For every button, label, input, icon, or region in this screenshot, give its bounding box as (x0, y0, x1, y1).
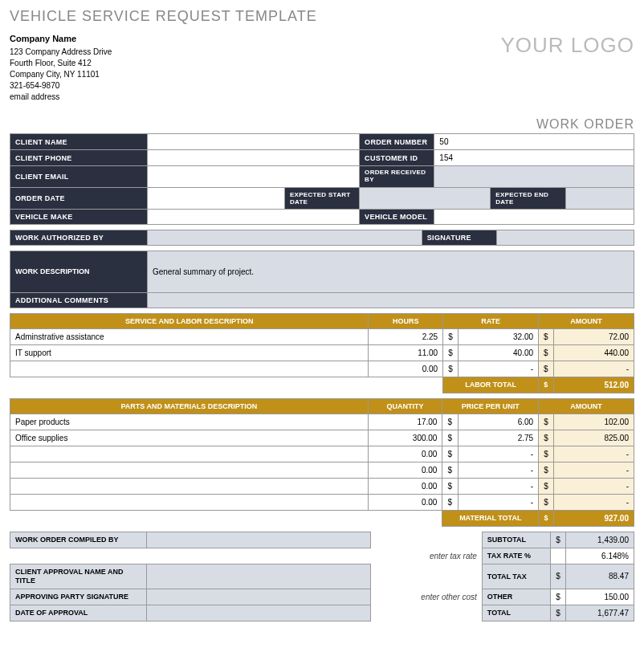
service-row: IT support11.00$40.00$440.00 (10, 344, 634, 361)
service-header-rate: RATE (443, 313, 539, 328)
parts-desc[interactable] (10, 446, 369, 462)
field-order-number[interactable]: 50 (434, 134, 634, 150)
parts-table: PARTS AND MATERIALS DESCRIPTION QUANTITY… (10, 398, 634, 527)
service-row: 0.00$-$- (10, 361, 634, 377)
field-client-approval[interactable] (147, 564, 370, 589)
parts-ppu[interactable]: 2.75 (459, 430, 539, 446)
parts-qty[interactable]: 17.00 (368, 414, 442, 430)
service-row: Adminstrative assistance2.25$32.00$72.00 (10, 328, 634, 344)
label-client-approval: CLIENT APPROVAL NAME AND TITLE (10, 564, 147, 589)
other-value[interactable]: 150.00 (565, 589, 634, 605)
field-additional-comments[interactable] (147, 292, 634, 308)
parts-desc[interactable] (10, 478, 369, 494)
parts-desc[interactable] (10, 462, 369, 478)
label-client-phone: CLIENT PHONE (10, 150, 148, 166)
parts-amount-currency: $ (539, 430, 554, 446)
field-vehicle-model[interactable] (434, 209, 634, 224)
company-phone: 321-654-9870 (10, 80, 112, 92)
field-client-email[interactable] (147, 166, 359, 188)
parts-qty[interactable]: 0.00 (368, 494, 442, 510)
total-tax-currency: $ (551, 564, 566, 589)
service-rate[interactable]: 32.00 (458, 328, 538, 344)
service-rate-currency: $ (443, 361, 459, 377)
service-rate[interactable]: - (458, 361, 538, 377)
field-expected-start[interactable] (360, 187, 491, 209)
service-desc[interactable] (10, 361, 369, 377)
parts-qty[interactable]: 0.00 (368, 462, 442, 478)
service-hours[interactable]: 11.00 (369, 344, 443, 361)
service-amount: - (553, 361, 634, 377)
other-currency: $ (551, 589, 566, 605)
label-tax-rate: TAX RATE % (482, 548, 550, 564)
company-email: email address (10, 92, 112, 103)
tax-rate-value[interactable]: 6.148% (565, 548, 634, 564)
company-address-1: 123 Company Address Drive (10, 47, 112, 58)
material-total-currency: $ (539, 510, 554, 526)
field-order-received-by[interactable] (434, 166, 634, 188)
service-header-hours: HOURS (369, 313, 443, 328)
parts-amount: 825.00 (553, 430, 634, 446)
bottom-grid: WORK ORDER COMPILED BY SUBTOTAL $ 1,439.… (10, 532, 634, 621)
service-amount-currency: $ (539, 328, 554, 344)
service-amount: 72.00 (553, 328, 634, 344)
parts-row: Paper products17.00$6.00$102.00 (10, 414, 634, 430)
total-currency: $ (551, 605, 566, 621)
field-expected-end[interactable] (565, 187, 634, 209)
parts-desc[interactable]: Office supplies (10, 430, 369, 446)
field-client-name[interactable] (147, 134, 359, 150)
field-client-phone[interactable] (147, 150, 359, 166)
field-vehicle-make[interactable] (147, 209, 359, 224)
parts-desc[interactable] (10, 494, 369, 510)
label-date-approval: DATE OF APPROVAL (10, 605, 147, 621)
labor-total-currency: $ (539, 377, 554, 393)
labor-total-label: LABOR TOTAL (443, 377, 539, 393)
field-date-approval[interactable] (147, 605, 370, 621)
parts-header-qty: QUANTITY (368, 398, 442, 414)
desc-grid: WORK DESCRIPTION General summary of proj… (10, 251, 634, 308)
parts-amount-currency: $ (539, 446, 554, 462)
field-order-date[interactable] (147, 187, 284, 209)
service-hours[interactable]: 0.00 (369, 361, 443, 377)
parts-ppu-currency: $ (442, 430, 459, 446)
parts-qty[interactable]: 0.00 (368, 446, 442, 462)
total-value: 1,677.47 (565, 605, 634, 621)
parts-header-desc: PARTS AND MATERIALS DESCRIPTION (10, 398, 369, 414)
parts-ppu[interactable]: - (459, 494, 539, 510)
field-work-desc[interactable]: General summary of project. (147, 251, 634, 292)
parts-ppu-currency: $ (442, 414, 459, 430)
parts-row: 0.00$-$- (10, 494, 634, 510)
label-total: TOTAL (482, 605, 550, 621)
field-compiled-by[interactable] (147, 532, 370, 548)
hint-tax-rate: enter tax rate (370, 548, 482, 564)
service-hours[interactable]: 2.25 (369, 328, 443, 344)
service-rate-currency: $ (443, 344, 459, 361)
parts-ppu[interactable]: - (459, 478, 539, 494)
parts-ppu[interactable]: - (459, 462, 539, 478)
field-signature[interactable] (497, 230, 634, 245)
parts-amount: - (553, 478, 634, 494)
label-additional-comments: ADDITIONAL COMMENTS (10, 292, 148, 308)
parts-ppu-currency: $ (442, 462, 459, 478)
label-subtotal: SUBTOTAL (482, 532, 550, 548)
parts-qty[interactable]: 300.00 (368, 430, 442, 446)
label-client-name: CLIENT NAME (10, 134, 148, 150)
service-desc[interactable]: Adminstrative assistance (10, 328, 369, 344)
service-rate[interactable]: 40.00 (458, 344, 538, 361)
parts-ppu[interactable]: - (459, 446, 539, 462)
label-order-date: ORDER DATE (10, 187, 148, 209)
parts-qty[interactable]: 0.00 (368, 478, 442, 494)
parts-amount: - (553, 462, 634, 478)
field-customer-id[interactable]: 154 (434, 150, 634, 166)
client-order-grid: CLIENT NAME ORDER NUMBER 50 CLIENT PHONE… (10, 133, 634, 225)
field-approving-sig[interactable] (147, 589, 370, 605)
parts-ppu[interactable]: 6.00 (459, 414, 539, 430)
company-block: Company Name 123 Company Address Drive F… (10, 33, 112, 103)
parts-desc[interactable]: Paper products (10, 414, 369, 430)
logo-placeholder: YOUR LOGO (501, 33, 634, 58)
label-order-number: ORDER NUMBER (360, 134, 434, 150)
field-work-auth[interactable] (147, 230, 422, 245)
parts-amount-currency: $ (539, 414, 554, 430)
label-expected-start: EXPECTED START DATE (284, 187, 359, 209)
service-desc[interactable]: IT support (10, 344, 369, 361)
parts-row: 0.00$-$- (10, 446, 634, 462)
